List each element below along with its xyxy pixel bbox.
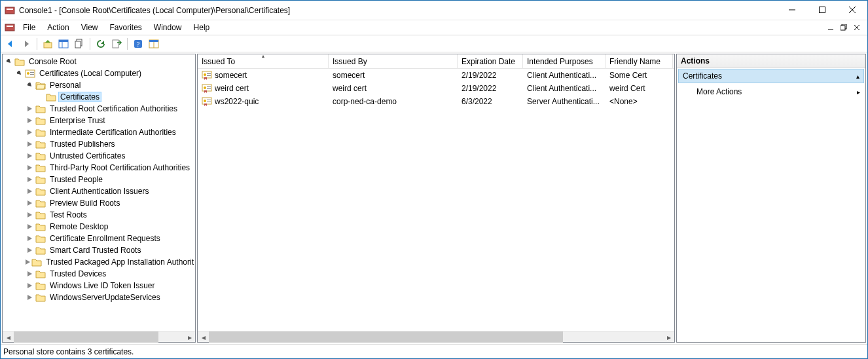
- tree-node[interactable]: Trusted People: [4, 174, 195, 185]
- expand-icon[interactable]: [25, 162, 35, 173]
- tree-node[interactable]: Untrusted Certificates: [4, 150, 195, 162]
- svg-rect-27: [30, 72, 34, 73]
- expand-icon[interactable]: [25, 292, 35, 303]
- up-button[interactable]: [41, 37, 55, 51]
- tree-node[interactable]: Windows Live ID Token Issuer: [4, 280, 195, 292]
- actions-more[interactable]: More Actions ▸: [678, 85, 864, 99]
- tree-node[interactable]: Client Authentication Issuers: [4, 185, 195, 197]
- expand-icon[interactable]: [25, 174, 35, 185]
- scroll-left-icon[interactable]: ◂: [198, 331, 209, 343]
- table-row[interactable]: weird certweird cert2/19/2022Client Auth…: [198, 82, 674, 95]
- tree-node[interactable]: Test Roots: [4, 209, 195, 221]
- tree-node[interactable]: Preview Build Roots: [4, 197, 195, 209]
- cell-purposes: Client Authenticati...: [523, 71, 606, 80]
- tree-node[interactable]: Trusted Publishers: [4, 138, 195, 150]
- folder-icon: [35, 151, 46, 161]
- tree-node-certificates-local[interactable]: Certificates (Local Computer): [4, 67, 195, 79]
- column-issued-to[interactable]: Issued To▴: [198, 54, 329, 68]
- scroll-right-icon[interactable]: ▸: [184, 331, 195, 343]
- folder-icon: [35, 221, 46, 232]
- menu-window[interactable]: Window: [149, 22, 187, 33]
- column-expiration[interactable]: Expiration Date: [458, 54, 523, 68]
- expand-icon[interactable]: [25, 210, 35, 220]
- tree-node[interactable]: WindowsServerUpdateServices: [4, 292, 195, 303]
- tree-node[interactable]: Intermediate Certification Authorities: [4, 126, 195, 138]
- collapse-icon[interactable]: [25, 80, 35, 90]
- help-button[interactable]: ?: [131, 37, 145, 51]
- expand-icon[interactable]: [25, 280, 35, 291]
- expand-icon[interactable]: [25, 104, 35, 114]
- forward-button[interactable]: [19, 37, 33, 51]
- cell-purposes: Server Authenticati...: [523, 97, 606, 106]
- menu-help[interactable]: Help: [189, 22, 215, 33]
- collapse-icon[interactable]: [4, 56, 14, 67]
- collapse-icon[interactable]: ▴: [856, 73, 859, 80]
- expand-icon[interactable]: [25, 221, 35, 232]
- tree-node[interactable]: Certificate Enrollment Requests: [4, 233, 195, 244]
- mdi-close-button[interactable]: [852, 22, 862, 33]
- menu-action[interactable]: Action: [42, 22, 74, 33]
- folder-open-icon: [35, 80, 46, 90]
- table-row[interactable]: ws2022-quiccorp-ned-ca-demo6/3/2022Serve…: [198, 95, 674, 108]
- menu-file[interactable]: File: [18, 22, 41, 33]
- console-tree[interactable]: Console Root Certificates (Local Compute…: [3, 54, 195, 331]
- expand-icon[interactable]: [25, 245, 35, 255]
- expand-icon[interactable]: [25, 127, 35, 138]
- copy-button[interactable]: [72, 37, 86, 51]
- close-button[interactable]: [837, 1, 867, 19]
- actions-section[interactable]: Certificates ▴: [678, 69, 864, 83]
- tree-label: Enterprise Trust: [48, 116, 107, 125]
- titlebar[interactable]: Console1 - [Console Root\Certificates (L…: [1, 1, 867, 20]
- certificate-list[interactable]: somecertsomecert2/19/2022Client Authenti…: [198, 69, 674, 331]
- svg-rect-36: [207, 88, 211, 89]
- tree-node-console-root[interactable]: Console Root: [4, 56, 195, 67]
- tree-label: Certificate Enrollment Requests: [48, 234, 162, 243]
- expand-icon[interactable]: [25, 257, 31, 267]
- folder-icon: [35, 292, 46, 303]
- menu-favorites[interactable]: Favorites: [105, 22, 147, 33]
- tree-hscrollbar[interactable]: ◂ ▸: [3, 331, 195, 342]
- expand-icon[interactable]: [25, 233, 35, 244]
- tree-node[interactable]: Smart Card Trusted Roots: [4, 244, 195, 256]
- cell-expiration: 2/19/2022: [458, 71, 523, 80]
- expand-icon[interactable]: [25, 269, 35, 279]
- expand-icon[interactable]: [25, 115, 35, 126]
- svg-rect-31: [207, 73, 211, 74]
- column-issued-by[interactable]: Issued By: [329, 54, 458, 68]
- tree-node[interactable]: Trusted Packaged App Installation Author…: [4, 256, 195, 268]
- collapse-icon[interactable]: [14, 68, 25, 79]
- tree-node[interactable]: Trusted Devices: [4, 268, 195, 280]
- tree-node[interactable]: Trusted Root Certification Authorities: [4, 103, 195, 115]
- folder-icon: [35, 186, 46, 197]
- mdi-minimize-button[interactable]: [825, 22, 836, 33]
- show-hide-tree-button[interactable]: [56, 37, 71, 51]
- export-button[interactable]: [109, 37, 124, 51]
- expand-icon[interactable]: [25, 186, 35, 197]
- scroll-left-icon[interactable]: ◂: [3, 331, 14, 343]
- table-row[interactable]: somecertsomecert2/19/2022Client Authenti…: [198, 69, 674, 82]
- column-friendly[interactable]: Friendly Name: [606, 54, 673, 68]
- tree-label: Client Authentication Issuers: [48, 187, 150, 196]
- tree-node-certificates[interactable]: Certificates: [4, 91, 195, 103]
- back-button[interactable]: [3, 37, 18, 51]
- tree-node[interactable]: Remote Desktop: [4, 221, 195, 233]
- tree-node[interactable]: Enterprise Trust: [4, 115, 195, 126]
- maximize-button[interactable]: [807, 1, 837, 19]
- mdi-restore-button[interactable]: [839, 22, 849, 33]
- column-purposes[interactable]: Intended Purposes: [523, 54, 606, 68]
- minimize-button[interactable]: [777, 1, 807, 19]
- tree-node[interactable]: Third-Party Root Certification Authoriti…: [4, 162, 195, 174]
- folder-icon: [35, 139, 46, 149]
- actions-more-label: More Actions: [696, 87, 742, 96]
- list-hscrollbar[interactable]: ◂ ▸: [198, 331, 674, 342]
- svg-rect-35: [207, 86, 211, 87]
- expand-icon[interactable]: [25, 151, 35, 161]
- refresh-button[interactable]: [94, 37, 108, 51]
- actions-section-label: Certificates: [683, 71, 722, 81]
- expand-icon[interactable]: [25, 198, 35, 208]
- scroll-right-icon[interactable]: ▸: [663, 331, 674, 343]
- tree-node-personal[interactable]: Personal: [4, 79, 195, 91]
- view-options-button[interactable]: [147, 37, 161, 51]
- menu-view[interactable]: View: [76, 22, 103, 33]
- expand-icon[interactable]: [25, 139, 35, 149]
